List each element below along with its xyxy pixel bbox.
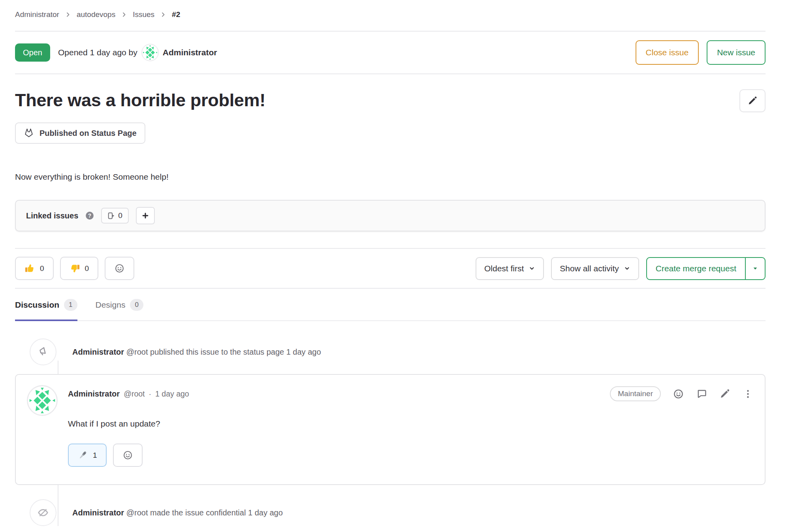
- help-icon[interactable]: [85, 211, 94, 220]
- discussion-feed: Administrator @root published this issue…: [15, 338, 766, 526]
- linked-issues-card: Linked issues 0: [15, 200, 766, 231]
- note-text: Administrator @root published this issue…: [72, 348, 321, 357]
- discussion-tabs: Discussion 1 Designs 0: [15, 289, 766, 321]
- status-page-badge-label: Published on Status Page: [40, 129, 137, 138]
- thumbs-down-count: 0: [85, 264, 89, 273]
- note-body: @root made the issue confidential: [126, 508, 246, 517]
- smiley-icon: [114, 263, 125, 274]
- thumbs-up-count: 0: [40, 264, 44, 273]
- comment-author[interactable]: Administrator: [68, 389, 120, 399]
- chevron-right-icon: [65, 11, 71, 18]
- opened-text: Opened 1 day ago by: [58, 48, 137, 57]
- thumbs-up-button[interactable]: 0: [15, 257, 54, 280]
- maintainer-badge: Maintainer: [610, 386, 661, 401]
- comment-meta: Administrator @root · 1 day ago: [68, 389, 189, 399]
- title-row: There was a horrible problem!: [15, 89, 766, 112]
- edit-comment-button[interactable]: [719, 388, 730, 399]
- comment-bubble-icon: [696, 388, 707, 400]
- breadcrumb-item-issues[interactable]: Issues: [133, 10, 154, 19]
- breadcrumb-current-issue-number: #2: [172, 10, 180, 19]
- microphone-award-button[interactable]: 1: [68, 444, 107, 467]
- status-page-badge[interactable]: Published on Status Page: [15, 122, 145, 144]
- pencil-icon: [747, 96, 758, 106]
- eye-slash-icon: [30, 499, 56, 526]
- new-issue-button[interactable]: New issue: [707, 40, 766, 65]
- note-author[interactable]: Administrator: [72, 508, 124, 517]
- linked-issues-count-badge: 0: [101, 208, 129, 224]
- divider: [15, 73, 766, 74]
- pencil-icon: [719, 388, 730, 399]
- activity-filter-label: Show all activity: [560, 264, 619, 273]
- add-linked-issue-button[interactable]: [136, 207, 155, 224]
- tab-discussion[interactable]: Discussion 1: [15, 299, 77, 321]
- kebab-icon: [742, 388, 754, 400]
- tab-designs[interactable]: Designs 0: [96, 299, 143, 321]
- tab-discussion-label: Discussion: [15, 300, 59, 310]
- breadcrumb-item-group[interactable]: Administrator: [15, 10, 59, 19]
- system-note: Administrator @root published this issue…: [15, 338, 766, 365]
- plus-icon: [142, 212, 149, 219]
- author-name[interactable]: Administrator: [163, 48, 217, 57]
- create-merge-request-split-button: Create merge request: [646, 257, 766, 280]
- chevron-right-icon: [121, 11, 127, 18]
- note-author[interactable]: Administrator: [72, 348, 124, 356]
- linked-issues-count: 0: [118, 211, 122, 220]
- reply-in-thread-button[interactable]: [696, 388, 707, 400]
- linked-issues-title: Linked issues: [26, 211, 78, 220]
- create-merge-request-dropdown-toggle[interactable]: [746, 258, 765, 279]
- chevron-down-icon: [529, 265, 535, 272]
- thumbs-down-icon: [70, 263, 80, 274]
- chevron-down-icon: [624, 265, 630, 272]
- issue-description: Now everything is broken! Someone help!: [15, 171, 766, 182]
- issue-type-icon: [107, 212, 115, 220]
- close-issue-button[interactable]: Close issue: [636, 40, 699, 65]
- author-avatar[interactable]: [141, 44, 159, 61]
- microphone-award-count: 1: [93, 451, 97, 460]
- tab-designs-label: Designs: [96, 300, 126, 310]
- chevron-right-icon: [160, 11, 166, 18]
- thumbs-down-button[interactable]: 0: [60, 257, 99, 280]
- activity-filter-dropdown[interactable]: Show all activity: [551, 257, 639, 280]
- status-badge: Open: [15, 43, 50, 62]
- issue-page: Administrator autodevops Issues #2 Open …: [0, 0, 789, 526]
- page-title: There was a horrible problem!: [15, 89, 265, 111]
- comment-timestamp[interactable]: 1 day ago: [155, 389, 189, 399]
- caret-down-icon: [752, 265, 758, 272]
- comment-body: What if I post an update?: [68, 418, 754, 429]
- smiley-icon: [673, 388, 684, 400]
- create-merge-request-button[interactable]: Create merge request: [647, 258, 746, 279]
- breadcrumb-item-project[interactable]: autodevops: [77, 10, 115, 19]
- microphone-emoji: [77, 450, 88, 461]
- note-time[interactable]: 1 day ago: [248, 508, 283, 517]
- system-note: Administrator @root made the issue confi…: [15, 499, 766, 526]
- more-actions-button[interactable]: [742, 388, 754, 400]
- tab-designs-count: 0: [130, 299, 143, 311]
- comment-card: Administrator @root · 1 day ago Maintain…: [15, 374, 766, 485]
- tab-discussion-count: 1: [64, 299, 77, 311]
- meta-dot: ·: [149, 389, 152, 399]
- comment-avatar[interactable]: [27, 385, 58, 416]
- breadcrumb: Administrator autodevops Issues #2: [15, 0, 766, 31]
- sort-dropdown[interactable]: Oldest first: [476, 257, 544, 280]
- issue-status-bar: Open Opened 1 day ago by Administrator C…: [15, 32, 766, 73]
- smiley-icon: [122, 450, 133, 461]
- edit-title-button[interactable]: [739, 89, 766, 112]
- award-controls-bar: 0 0 Oldest first Show all activity Creat…: [15, 248, 766, 289]
- megaphone-icon: [30, 338, 56, 365]
- opened-meta: Opened 1 day ago by Administrator: [58, 44, 217, 61]
- note-time[interactable]: 1 day ago: [286, 348, 321, 356]
- add-reaction-button[interactable]: [105, 257, 134, 280]
- note-text: Administrator @root made the issue confi…: [72, 508, 283, 517]
- comment-handle[interactable]: @root: [124, 389, 145, 399]
- note-body: @root published this issue to the status…: [126, 348, 284, 356]
- thumbs-up-icon: [24, 263, 35, 274]
- add-comment-reaction-button[interactable]: [673, 388, 684, 400]
- add-comment-award-button[interactable]: [113, 444, 143, 467]
- tanuki-icon: [24, 128, 34, 138]
- sort-dropdown-label: Oldest first: [484, 264, 524, 273]
